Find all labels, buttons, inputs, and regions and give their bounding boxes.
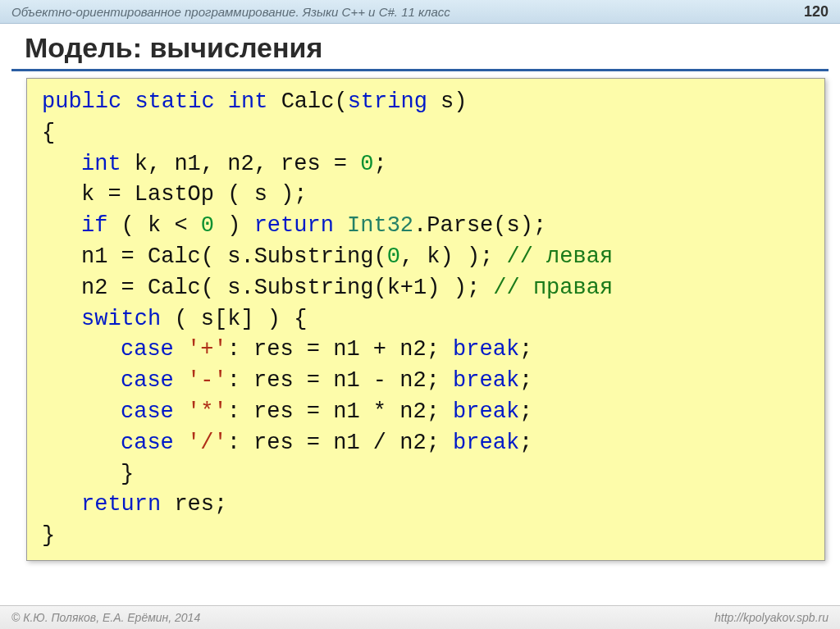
switch-head: ( s[k] ) {: [161, 307, 307, 331]
expr: n2 = Calc( s.Substring(k+1) );: [81, 276, 493, 300]
code-line: {: [42, 118, 810, 149]
code-line: if ( k < 0 ) return Int32.Parse(s);: [42, 211, 810, 242]
char-lit: '+': [174, 337, 227, 362]
comment: // правая: [493, 276, 613, 300]
code-line: n1 = Calc( s.Substring(0, k) ); // левая: [42, 242, 810, 273]
params: s): [427, 89, 468, 114]
type-int32: Int32: [347, 213, 413, 238]
code-line: public static int Calc(string s): [42, 87, 810, 118]
decl: k, n1, n2, res =: [121, 152, 361, 176]
kw-int: int: [228, 89, 268, 114]
cond: ( k <: [107, 213, 200, 238]
code-line: k = LastOp ( s );: [42, 180, 810, 211]
semi: ;: [519, 368, 532, 393]
expr: n1 = Calc( s.Substring(: [81, 244, 387, 269]
kw-switch: switch: [81, 307, 161, 331]
char-lit: '-': [174, 368, 227, 393]
code-line: case '/': res = n1 / n2; break;: [42, 428, 810, 459]
code-line: n2 = Calc( s.Substring(k+1) ); // правая: [42, 273, 810, 304]
kw-break: break: [453, 399, 519, 424]
kw-return: return: [81, 492, 161, 517]
code-line: switch ( s[k] ) {: [42, 304, 810, 335]
code-line: }: [42, 521, 810, 552]
kw-public: public: [42, 89, 121, 114]
cond: ): [214, 213, 254, 238]
ret-expr: res;: [161, 492, 227, 517]
page-number: 120: [804, 3, 829, 21]
kw-case: case: [121, 368, 174, 393]
kw-int: int: [81, 152, 121, 176]
kw-return: return: [254, 213, 334, 238]
title-rule: [11, 69, 829, 71]
slide: Объектно-ориентированное программировани…: [0, 0, 840, 629]
kw-if: if: [81, 213, 107, 238]
case-body: : res = n1 - n2;: [227, 368, 453, 393]
header-bar: Объектно-ориентированное программировани…: [0, 0, 840, 24]
footer-url: http://kpolyakov.spb.ru: [714, 611, 829, 624]
code-line: int k, n1, n2, res = 0;: [42, 149, 810, 180]
kw-break: break: [453, 368, 519, 393]
semi: ;: [519, 337, 532, 362]
kw-break: break: [453, 337, 519, 362]
comment: // левая: [507, 244, 614, 269]
kw-string: string: [348, 89, 427, 114]
kw-case: case: [121, 337, 174, 362]
parse: .Parse(s);: [413, 213, 546, 238]
case-body: : res = n1 * n2;: [227, 399, 453, 424]
slide-title: Модель: вычисления: [25, 32, 840, 64]
paren: (: [334, 89, 347, 114]
code-line: case '+': res = n1 + n2; break;: [42, 335, 810, 366]
num-zero: 0: [360, 152, 373, 176]
code-line: case '*': res = n1 * n2; break;: [42, 397, 810, 428]
case-body: : res = n1 + n2;: [227, 337, 453, 362]
num-zero: 0: [387, 244, 400, 269]
case-body: : res = n1 / n2;: [227, 431, 453, 455]
semi: ;: [519, 431, 532, 455]
kw-break: break: [453, 431, 519, 455]
kw-case: case: [121, 399, 174, 424]
code-line: case '-': res = n1 - n2; break;: [42, 366, 810, 397]
fn-name: Calc: [267, 89, 334, 114]
semi: ;: [519, 399, 532, 424]
copyright: © К.Ю. Поляков, Е.А. Ерёмин, 2014: [11, 611, 200, 624]
code-line: }: [42, 459, 810, 490]
kw-case: case: [121, 431, 174, 455]
code-line: return res;: [42, 490, 810, 521]
footer-bar: © К.Ю. Поляков, Е.А. Ерёмин, 2014 http:/…: [0, 605, 840, 629]
breadcrumb: Объектно-ориентированное программировани…: [11, 5, 450, 19]
num-zero: 0: [201, 213, 214, 238]
char-lit: '/': [174, 431, 227, 455]
expr: , k) );: [400, 244, 507, 269]
semi: ;: [373, 152, 386, 176]
char-lit: '*': [174, 399, 227, 424]
kw-static: static: [135, 89, 214, 114]
code-block: public static int Calc(string s) { int k…: [26, 78, 825, 561]
